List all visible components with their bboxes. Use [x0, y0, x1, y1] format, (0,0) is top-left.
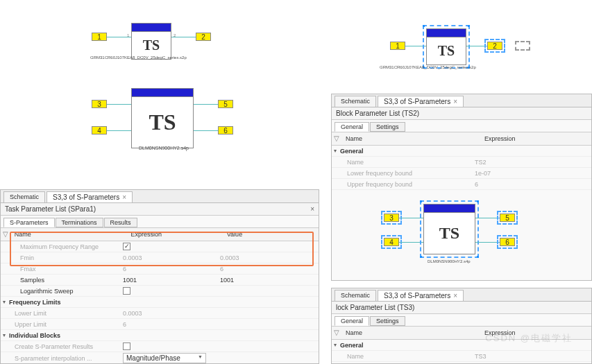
row-lower-limit: Lower Limit — [1, 309, 119, 318]
close-icon[interactable]: × — [122, 193, 126, 201]
port-6[interactable]: 6 — [500, 238, 515, 246]
port-4[interactable]: 4 — [92, 126, 107, 135]
group-general[interactable]: General — [339, 147, 368, 155]
doc-tabs: Schematic S3,3 of S-Parameters× — [332, 288, 591, 302]
row-lfb: Lower frequency bound — [332, 169, 471, 177]
property-grid: ▽ Name Expression ▾General NameTS2 Lower… — [332, 132, 591, 190]
port-3[interactable]: 3 — [384, 214, 399, 222]
wire — [405, 46, 426, 46]
block-caption: DLM0NSN900HY2.s4p — [428, 259, 471, 263]
close-icon[interactable]: × — [453, 292, 457, 300]
doc-tabs: Schematic S3,3 of S-Parameters× — [332, 94, 591, 107]
chevron-down-icon[interactable]: ▾ — [332, 148, 339, 154]
panel-title: Task Parameter List (SPara1)× — [1, 203, 319, 216]
tab-sparams[interactable]: S3,3 of S-Parameters× — [378, 96, 464, 107]
row-sp-interp: S-parameter interpolation ... — [1, 354, 119, 363]
port-1[interactable]: 1 — [92, 33, 107, 41]
subtab-settings[interactable]: Settings — [370, 316, 405, 326]
close-icon[interactable]: × — [310, 205, 314, 213]
port-1[interactable]: 1 — [390, 42, 405, 50]
row-logsweep: Logarithmic Sweep — [1, 287, 119, 295]
col-expression[interactable]: Expression — [480, 135, 577, 143]
doc-tabs: Schematic S3,3 of S-Parameters× — [1, 190, 319, 203]
checkbox-log[interactable] — [123, 287, 130, 295]
port-2-selected[interactable]: 2 — [487, 42, 502, 50]
col-value[interactable]: Value — [223, 230, 319, 239]
subtab-general[interactable]: General — [335, 122, 369, 132]
subtab-results[interactable]: Results — [104, 218, 137, 227]
checkbox-maxfr[interactable] — [123, 243, 130, 250]
ts-block-1[interactable]: TS — [131, 23, 171, 60]
placeholder-port[interactable] — [515, 41, 530, 51]
port-6[interactable]: 6 — [218, 126, 233, 135]
filter-icon[interactable]: ▽ — [1, 230, 10, 239]
port-2[interactable]: 2 — [196, 33, 211, 41]
subtab-terminations[interactable]: Terminations — [56, 218, 103, 227]
row-fmin: Fmin — [1, 254, 119, 262]
wire — [194, 130, 218, 131]
row-name: Name — [332, 158, 471, 166]
schematic-canvas-tr[interactable]: 1 TS 2 GRM31CR60J107KEA8_DC0V_25degC_ser… — [331, 10, 592, 73]
col-name[interactable]: Name — [10, 230, 127, 239]
ts-block-selected[interactable]: TS — [426, 28, 466, 65]
wire — [194, 104, 218, 105]
panel-title: lock Parameter List (TS3) — [332, 302, 591, 314]
pin-label: 1 — [127, 33, 129, 37]
group-general[interactable]: General — [339, 341, 368, 349]
tab-schematic[interactable]: Schematic — [335, 96, 376, 107]
property-grid: ▽ Name Expression Value Maximum Frequenc… — [1, 228, 319, 364]
embedded-schematic[interactable]: 3 4 TS 5 6 DLM0NSN900HY2.s4p — [373, 200, 554, 276]
group-individual-blocks[interactable]: Individual Blocks — [8, 331, 65, 340]
tab-schematic[interactable]: Schematic — [335, 290, 376, 301]
row-create-sparam: Create S-Parameter Results — [1, 343, 119, 351]
row-upper-limit: Upper Limit — [1, 320, 119, 329]
row-maxfr: Maximum Frequency Range — [1, 243, 119, 251]
col-name[interactable]: Name — [341, 329, 480, 337]
block-panel-ts3: Schematic S3,3 of S-Parameters× lock Par… — [331, 288, 592, 364]
row-name: Name — [332, 352, 471, 361]
wire — [107, 104, 131, 105]
group-freq-limits[interactable]: Frequency Limits — [8, 298, 65, 306]
port-3[interactable]: 3 — [92, 100, 107, 108]
filter-icon[interactable]: ▽ — [332, 329, 341, 337]
chevron-down-icon[interactable]: ▾ — [1, 299, 8, 305]
tab-sparams[interactable]: S3,3 of S-Parameters× — [46, 191, 133, 202]
row-samples: Samples — [1, 276, 119, 284]
col-name[interactable]: Name — [341, 135, 480, 143]
block-panel-ts2: Schematic S3,3 of S-Parameters× Block Pa… — [331, 94, 592, 281]
tab-schematic[interactable]: Schematic — [3, 191, 45, 202]
checkbox-csr[interactable] — [123, 343, 130, 350]
sub-tabs: S-Parameters Terminations Results — [1, 216, 319, 228]
panel-title: Block Parameter List (TS2) — [332, 107, 591, 120]
filter-icon[interactable]: ▽ — [332, 135, 341, 143]
tab-sparams[interactable]: S3,3 of S-Parameters× — [378, 290, 464, 301]
ts-block-selected[interactable]: TS — [423, 204, 475, 254]
block-caption: GRM31CR60J107KEA8_DC0V_25degC_series.s2p — [380, 65, 476, 69]
wire — [466, 46, 487, 46]
block-caption: DLM0NSN900HY2.s4p — [139, 146, 189, 150]
sub-tabs: General Settings — [332, 120, 591, 132]
col-expression[interactable]: Expression — [127, 230, 223, 239]
ts-block-2[interactable]: TS — [131, 88, 194, 148]
dropdown-interp[interactable]: Magnitude/Phase▼ — [123, 353, 206, 363]
subtab-settings[interactable]: Settings — [370, 122, 405, 132]
row-fmax: Fmax — [1, 265, 119, 273]
schematic-canvas-left[interactable]: 1 TS 1 2 2 GRM31CR60J107KEA8_DC0V_25degC… — [0, 0, 305, 189]
chevron-down-icon[interactable]: ▾ — [1, 332, 8, 338]
row-ufb: Upper frequency bound — [332, 180, 471, 189]
subtab-general[interactable]: General — [335, 316, 369, 326]
port-5[interactable]: 5 — [500, 214, 515, 222]
block-caption: GRM31CR60J107KEA8_DC0V_25degC_series.s2p — [90, 55, 187, 60]
port-4[interactable]: 4 — [384, 238, 399, 246]
task-panel: Schematic S3,3 of S-Parameters× Task Par… — [0, 189, 319, 364]
port-5[interactable]: 5 — [218, 100, 233, 108]
subtab-sparams[interactable]: S-Parameters — [3, 218, 55, 227]
chevron-down-icon[interactable]: ▾ — [332, 342, 339, 348]
wire — [107, 130, 131, 131]
sub-tabs: General Settings — [332, 314, 591, 327]
watermark: CSDN @电磁学社 — [485, 332, 573, 345]
wire — [171, 37, 196, 37]
close-icon[interactable]: × — [453, 98, 457, 105]
